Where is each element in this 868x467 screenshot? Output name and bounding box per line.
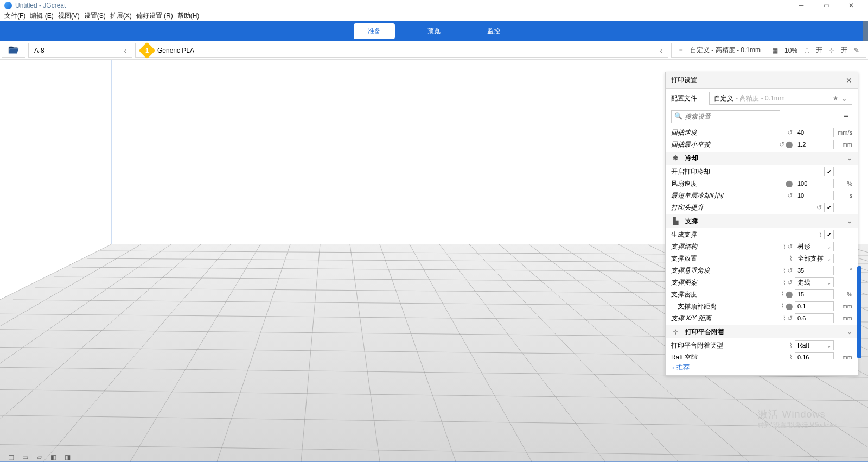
retract-min-travel-input[interactable]: 1.2 — [795, 140, 834, 149]
infill-value: 10% — [784, 47, 797, 54]
view-front-icon[interactable]: ▭ — [21, 453, 29, 462]
cooling-enable-checkbox[interactable]: ✔ — [824, 167, 834, 176]
setting-support-top: 支撑顶部距离 ⌇⬤ 0.1 mm — [671, 300, 852, 312]
chevron-left-icon: ‹ — [672, 364, 674, 371]
setting-support-place: 支撑放置 ⌇ 全部支撑⌄ — [671, 253, 852, 264]
pencil-icon: ✎ — [853, 46, 860, 55]
link-icon[interactable]: ⌇ — [783, 279, 786, 286]
gen-support-checkbox[interactable]: ✔ — [824, 230, 834, 239]
link-icon[interactable]: ⌇ — [789, 255, 793, 262]
section-cooling[interactable]: ❋ 冷却 ⌄ — [666, 152, 858, 165]
view-top-icon[interactable]: ▱ — [35, 453, 43, 462]
setting-support-pattern: 支撑图案 ⌇↺ 走线⌄ — [671, 276, 852, 288]
maximize-button[interactable]: ▭ — [814, 0, 839, 11]
hamburger-icon[interactable]: ≡ — [844, 112, 852, 122]
info-icon[interactable]: ⬤ — [786, 291, 793, 298]
recommend-link[interactable]: 推荐 — [676, 363, 690, 372]
support-struct-select[interactable]: 树形⌄ — [795, 242, 834, 251]
adh-type-select[interactable]: Raft⌄ — [795, 340, 834, 350]
reset-icon[interactable]: ↺ — [787, 192, 793, 199]
close-window-button[interactable]: ✕ — [839, 0, 864, 11]
material-selector[interactable]: 1 Generic PLA ‹ — [135, 43, 668, 58]
support-xy-input[interactable]: 0.6 — [795, 313, 834, 323]
overhang-input[interactable]: 35 — [795, 266, 834, 275]
support-icon: ⎍ — [803, 46, 810, 55]
view-left-icon[interactable]: ◧ — [49, 453, 58, 462]
reset-icon[interactable]: ↺ — [787, 243, 793, 250]
profile-select[interactable]: 自定义 - 高精度 - 0.1mm ★ ⌄ — [709, 92, 852, 105]
menu-settings[interactable]: 设置(S) — [83, 11, 107, 21]
info-icon[interactable]: ⬤ — [786, 180, 793, 187]
menu-edit[interactable]: 编辑 (E) — [29, 11, 54, 21]
info-icon[interactable]: ⬤ — [786, 302, 793, 310]
info-icon[interactable]: ⬤ — [786, 141, 793, 148]
link-icon[interactable]: ⌇ — [789, 342, 793, 349]
link-icon[interactable]: ⌇ — [783, 267, 786, 274]
folder-open-icon — [8, 45, 20, 56]
stage-prepare[interactable]: 准备 — [354, 23, 395, 39]
chevron-down-icon: ⌄ — [841, 94, 847, 103]
link-icon[interactable]: ⌇ — [781, 291, 784, 298]
settings-scrollbar[interactable] — [857, 266, 861, 358]
view-iso-icon[interactable]: ◫ — [7, 453, 15, 462]
settings-list[interactable]: 回抽速度 ↺ 40 mm/s 回抽最小空驶 ↺⬤ 1.2 mm ❋ 冷却 ⌄ 开… — [666, 125, 858, 359]
search-row: 🔍 ≡ — [666, 108, 858, 125]
lines-icon: ≡ — [677, 46, 685, 55]
panel-title: 打印设置 — [671, 75, 846, 85]
support-top-input[interactable]: 0.1 — [795, 301, 834, 311]
menu-preferences[interactable]: 偏好设置 (R) — [135, 11, 174, 21]
link-icon[interactable]: ⌇ — [783, 314, 786, 322]
printer-selector[interactable]: A-8 ‹ — [28, 43, 132, 58]
panel-close-button[interactable]: ✕ — [846, 76, 852, 85]
print-settings-summary[interactable]: ≡ 自定义 - 高精度 - 0.1mm ▦ 10% ⎍ 开 ⊹ 开 ✎ — [671, 43, 866, 58]
panel-footer: ‹ 推荐 — [666, 359, 858, 375]
setting-min-layer-time: 最短单层冷却时间 ↺ 10 s — [671, 190, 852, 201]
stage-preview[interactable]: 预览 — [413, 23, 455, 39]
adhesion-icon: ⊹ — [671, 328, 680, 336]
settings-search-input[interactable] — [671, 110, 780, 123]
support-place-select[interactable]: 全部支撑⌄ — [795, 254, 834, 263]
link-icon[interactable]: ⌇ — [783, 243, 786, 250]
fan-speed-input[interactable]: 100 — [795, 179, 834, 188]
raft-gap-input[interactable]: 0.16 — [795, 352, 834, 359]
extruder-badge-icon: 1 — [138, 42, 155, 59]
app-logo-icon — [4, 2, 12, 9]
reset-icon[interactable]: ↺ — [779, 141, 784, 148]
menu-bar: 文件(F) 编辑 (E) 视图(V) 设置(S) 扩展(X) 偏好设置 (R) … — [0, 11, 868, 21]
menu-help[interactable]: 帮助(H) — [176, 11, 201, 21]
reset-icon[interactable]: ↺ — [787, 267, 793, 274]
chevron-left-icon: ‹ — [124, 46, 126, 55]
support-pattern-select[interactable]: 走线⌄ — [795, 277, 834, 287]
menu-file[interactable]: 文件(F) — [3, 11, 27, 21]
head-lift-checkbox[interactable]: ✔ — [824, 203, 834, 212]
link-icon[interactable]: ⌇ — [781, 302, 784, 310]
support-icon: ▙ — [671, 217, 680, 225]
window-title: Untitled - JGcreat — [15, 2, 789, 9]
open-file-button[interactable] — [2, 43, 25, 58]
link-icon[interactable]: ⌇ — [819, 231, 822, 238]
view-right-icon[interactable]: ◨ — [63, 453, 72, 462]
infill-icon: ▦ — [771, 46, 779, 55]
section-adhesion[interactable]: ⊹ 打印平台附着 ⌄ — [666, 325, 858, 338]
stagebar-scrollbar[interactable] — [863, 21, 868, 41]
star-icon[interactable]: ★ — [833, 94, 839, 102]
reset-icon[interactable]: ↺ — [787, 129, 793, 136]
reset-icon[interactable]: ↺ — [787, 314, 793, 322]
section-support[interactable]: ▙ 支撑 ⌄ — [666, 214, 858, 228]
toolbar-row: A-8 ‹ 1 Generic PLA ‹ ≡ 自定义 - 高精度 - 0.1m… — [0, 41, 868, 60]
stage-monitor[interactable]: 监控 — [473, 23, 514, 39]
link-icon[interactable]: ⌇ — [789, 354, 793, 359]
min-layer-time-input[interactable]: 10 — [795, 191, 834, 200]
reset-icon[interactable]: ↺ — [787, 279, 793, 286]
setting-raft-gap: Raft 空隙 ⌇ 0.16 mm — [671, 351, 852, 359]
minimize-button[interactable]: ─ — [789, 0, 814, 11]
reset-icon[interactable]: ↺ — [816, 204, 822, 211]
profile-summary-label: 自定义 - 高精度 - 0.1mm — [690, 46, 761, 55]
menu-extensions[interactable]: 扩展(X) — [109, 11, 133, 21]
menu-view[interactable]: 视图(V) — [57, 11, 81, 21]
setting-support-density: 支撑密度 ⌇⬤ 15 % — [671, 288, 852, 300]
support-density-input[interactable]: 15 — [795, 289, 834, 299]
profile-row: 配置文件 自定义 - 高精度 - 0.1mm ★ ⌄ — [666, 89, 858, 108]
retract-speed-input[interactable]: 40 — [795, 128, 834, 137]
search-icon: 🔍 — [674, 112, 682, 120]
